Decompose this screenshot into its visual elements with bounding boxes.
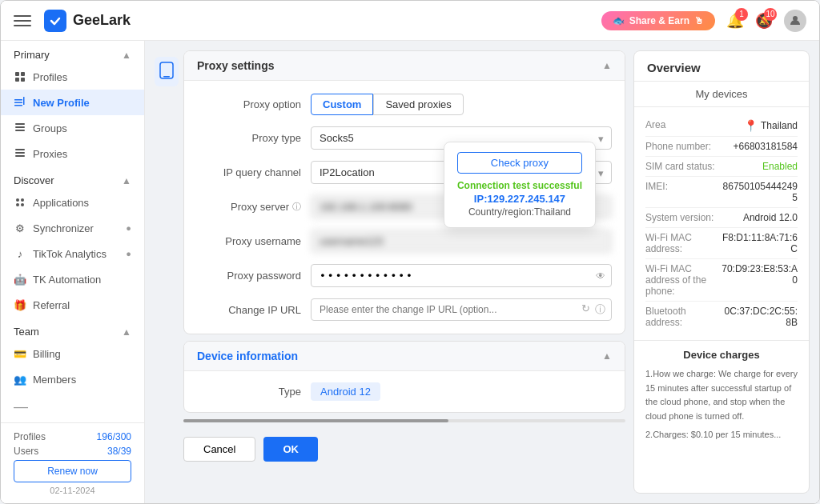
password-toggle-icon[interactable]: 👁 (596, 270, 605, 282)
charges-title: Device charges (645, 349, 798, 361)
proxy-password-wrapper: 👁 (311, 264, 612, 287)
profiles-icon (14, 70, 26, 83)
sidebar-item-applications[interactable]: Applications (1, 190, 144, 215)
sidebar-item-referral[interactable]: 🎁 Referral (1, 292, 144, 318)
device-info-header: Device information ▲ (184, 342, 625, 371)
svg-rect-7 (14, 105, 22, 106)
sidebar-item-new-profile[interactable]: New Profile (1, 90, 144, 115)
url-action-icons: ↻ ⓘ (581, 302, 605, 317)
ip-query-label: IP query channel (197, 166, 301, 178)
sidebar-item-profiles[interactable]: Profiles (1, 64, 144, 90)
svg-rect-10 (15, 126, 25, 128)
referral-icon: 🎁 (14, 298, 26, 311)
imei-row: IMEI: 867501054442495 (645, 177, 798, 208)
svg-rect-2 (21, 72, 25, 76)
svg-rect-5 (14, 99, 22, 101)
members-icon: 👥 (14, 373, 26, 386)
overview-title: Overview (634, 51, 809, 82)
check-proxy-button[interactable]: Check proxy (457, 152, 582, 174)
wifi-mac-phone-row: Wi-Fi MAC address of the phone: 70:D9:23… (645, 259, 798, 302)
logo-icon (44, 10, 66, 32)
primary-collapse-icon[interactable]: ▲ (122, 50, 131, 61)
svg-rect-20 (163, 76, 170, 78)
proxy-username-input[interactable] (311, 230, 612, 253)
system-row: System version: Android 12.0 (645, 208, 798, 228)
fish-icon: 🐟 (613, 15, 625, 26)
device-charges-section: Device charges 1.How we charge: We charg… (634, 340, 809, 450)
proxy-ip-text: IP:129.227.245.147 (457, 193, 582, 205)
custom-option-button[interactable]: Custom (311, 94, 373, 115)
billing-icon: 💳 (14, 347, 26, 360)
svg-point-16 (21, 198, 24, 202)
primary-section-header: Primary ▲ (1, 41, 144, 64)
notification-badge-2: 10 (764, 8, 777, 21)
share-earn-button[interactable]: 🐟 Share & Earn 🖱 (601, 11, 715, 30)
sidebar-footer: Profiles 196/300 Users 38/39 Renew now 0… (1, 422, 144, 503)
overview-card: Overview My devices Area 📍 Thailand (633, 50, 810, 494)
sidebar-item-synchronizer[interactable]: ⚙ Synchronizer ● (1, 215, 144, 241)
svg-rect-4 (21, 78, 25, 82)
date-text: 02-11-2024 (14, 486, 131, 495)
check-proxy-popup: Check proxy Connection test successful I… (444, 142, 596, 228)
device-info-collapse-icon[interactable]: ▲ (602, 350, 612, 362)
device-info-card: Device information ▲ Type Android 12 (183, 341, 625, 413)
content-area: Proxy settings ▲ Proxy option Custom Sav… (145, 41, 819, 503)
groups-icon (14, 122, 26, 134)
svg-point-17 (16, 203, 19, 206)
charges-text-2: 2.Charges: $0.10 per 15 minutes... (645, 428, 798, 442)
sidebar-toggle-button[interactable] (14, 12, 31, 30)
team-collapse-icon[interactable]: ▲ (122, 326, 131, 338)
proxy-username-row: Proxy username (197, 230, 612, 253)
scroll-thumb[interactable] (183, 419, 448, 422)
header-left: GeeLark (14, 10, 131, 32)
cancel-button[interactable]: Cancel (183, 437, 255, 462)
my-devices-title: My devices (634, 82, 809, 107)
sim-row: SIM card status: Enabled (645, 157, 798, 177)
new-profile-icon (14, 96, 26, 109)
notification-bell-button[interactable]: 🔔 1 (726, 12, 744, 30)
device-type-label: Type (197, 386, 301, 398)
cursor-icon: 🖱 (694, 15, 704, 26)
bluetooth-row: Bluetooth address: 0C:37:DC:2C:55:8B (645, 302, 798, 332)
app-container: GeeLark 🐟 Share & Earn 🖱 🔔 1 🔕 10 (0, 0, 820, 504)
notification-alert-button[interactable]: 🔕 10 (755, 12, 773, 30)
wifi-mac-row: Wi-Fi MAC address: F8:D1:11:8A:71:6C (645, 228, 798, 259)
logo: GeeLark (44, 10, 131, 32)
url-info-icon[interactable]: ⓘ (595, 302, 605, 317)
discover-collapse-icon[interactable]: ▲ (122, 175, 131, 186)
proxy-server-info-icon[interactable]: ⓘ (292, 201, 301, 213)
proxies-icon (14, 147, 26, 160)
header-right: 🐟 Share & Earn 🖱 🔔 1 🔕 10 (601, 10, 806, 32)
phone-tab-button[interactable] (155, 57, 179, 86)
ok-button[interactable]: OK (263, 437, 318, 462)
proxy-option-group: Custom Saved proxies (311, 94, 612, 115)
sidebar-item-groups[interactable]: Groups (1, 115, 144, 141)
svg-rect-8 (23, 97, 25, 105)
sidebar-item-members[interactable]: 👥 Members (1, 366, 144, 392)
change-ip-input[interactable] (311, 298, 612, 321)
synchronizer-icon: ⚙ (14, 222, 26, 234)
sidebar-item-proxies[interactable]: Proxies (1, 141, 144, 166)
charges-text: 1.How we charge: We charge for every 15 … (645, 367, 798, 423)
proxy-settings-collapse-icon[interactable]: ▲ (602, 60, 612, 71)
sidebar-item-tiktok-analytics[interactable]: ♪ TikTok Analytics ● (1, 241, 144, 266)
renew-now-button[interactable]: Renew now (14, 460, 131, 482)
saved-proxies-option-button[interactable]: Saved proxies (373, 94, 463, 115)
proxy-password-input[interactable] (311, 264, 612, 287)
proxy-password-row: Proxy password 👁 (197, 264, 612, 287)
proxy-type-label: Proxy type (197, 132, 301, 144)
refresh-icon[interactable]: ↻ (581, 302, 590, 317)
proxy-password-label: Proxy password (197, 270, 301, 282)
sidebar-item-tk-automation[interactable]: 🤖 TK Automation (1, 266, 144, 292)
proxy-option-row: Proxy option Custom Saved proxies (197, 94, 612, 115)
right-panel: Overview My devices Area 📍 Thailand (633, 50, 810, 494)
svg-rect-14 (15, 155, 25, 157)
notification-badge-1: 1 (735, 8, 748, 21)
automation-icon: 🤖 (14, 273, 26, 286)
area-row: Area 📍 Thailand (645, 115, 798, 137)
device-type-row: Type Android 12 (197, 382, 612, 401)
svg-rect-12 (15, 149, 25, 150)
user-avatar-button[interactable] (784, 10, 806, 32)
sidebar-item-billing[interactable]: 💳 Billing (1, 341, 144, 366)
area-value: 📍 Thailand (744, 119, 798, 132)
